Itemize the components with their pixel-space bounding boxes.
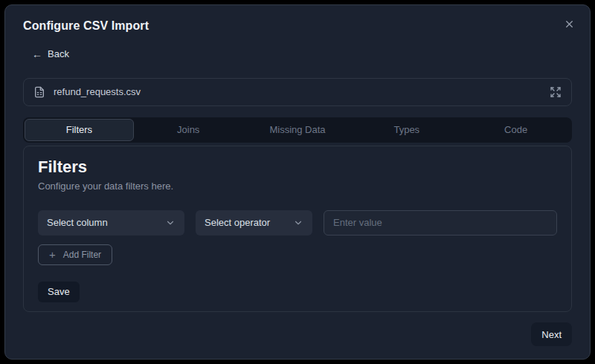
- next-button[interactable]: Next: [531, 322, 572, 346]
- close-icon[interactable]: [560, 15, 578, 33]
- chevron-down-icon: [293, 218, 303, 228]
- operator-select[interactable]: Select operator: [196, 210, 312, 235]
- column-select[interactable]: Select column: [38, 210, 184, 235]
- tab-code[interactable]: Code: [461, 119, 570, 141]
- save-button[interactable]: Save: [38, 282, 80, 302]
- expand-icon[interactable]: [550, 86, 562, 98]
- operator-select-value: Select operator: [205, 217, 270, 228]
- add-filter-label: Add Filter: [63, 250, 101, 260]
- tab-joins[interactable]: Joins: [134, 119, 243, 141]
- back-label: Back: [48, 48, 69, 59]
- tab-bar: Filters Joins Missing Data Types Code: [23, 117, 572, 143]
- file-text-icon: [33, 86, 45, 98]
- value-input[interactable]: [324, 210, 557, 235]
- panel-subtitle: Configure your data filters here.: [38, 181, 557, 192]
- tab-missing-data[interactable]: Missing Data: [243, 119, 353, 141]
- add-filter-button[interactable]: + Add Filter: [38, 244, 112, 265]
- plus-icon: +: [49, 249, 56, 260]
- page-title: Configure CSV Import: [23, 19, 572, 33]
- back-arrow-icon: ←: [32, 49, 42, 59]
- tab-filters[interactable]: Filters: [25, 119, 134, 141]
- filter-row: Select column Select operator: [38, 210, 557, 235]
- tab-types[interactable]: Types: [352, 119, 461, 141]
- filters-panel: Filters Configure your data filters here…: [23, 146, 572, 312]
- file-name: refund_requests.csv: [54, 86, 141, 97]
- chevron-down-icon: [165, 218, 176, 228]
- column-select-value: Select column: [47, 217, 108, 228]
- back-button[interactable]: ← Back: [32, 48, 69, 59]
- configure-csv-import-modal: Configure CSV Import ← Back refund_reque…: [4, 4, 591, 360]
- panel-title: Filters: [38, 157, 557, 177]
- file-box: refund_requests.csv: [23, 78, 572, 106]
